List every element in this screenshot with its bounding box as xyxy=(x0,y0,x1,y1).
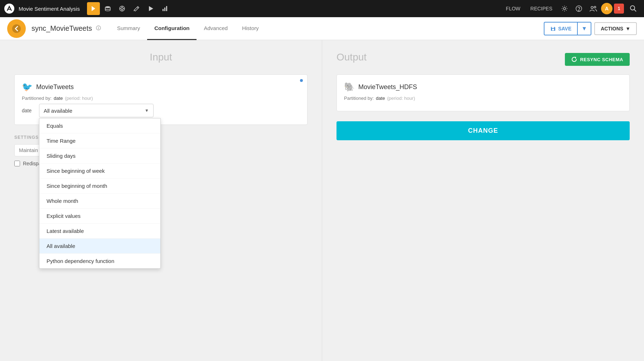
partition-row: Partitioned by: date (period: hour) xyxy=(22,96,300,101)
dropdown-menu: Equals Time Range Sliding days Since beg… xyxy=(39,118,161,269)
flow-text-btn[interactable]: FLOW xyxy=(502,2,524,15)
tab-history[interactable]: History xyxy=(235,17,266,40)
output-dataset-card: 🐘 MovieTweets_HDFS Partitioned by: date … xyxy=(336,74,630,111)
database-nav-icon[interactable] xyxy=(101,2,114,15)
sub-navbar: sync_MovieTweets Summary Configuration A… xyxy=(0,17,644,40)
svg-rect-11 xyxy=(163,9,164,11)
output-dataset-name: MovieTweets_HDFS xyxy=(358,83,417,91)
output-title: Output xyxy=(336,52,367,63)
app-logo[interactable] xyxy=(4,4,14,14)
resync-schema-button[interactable]: RESYNC SCHEMA xyxy=(565,53,630,66)
dropdown-option-beginning-week[interactable]: Since beginning of week xyxy=(39,164,160,179)
output-partition-row: Partitioned by: date (period: hour) xyxy=(344,96,622,101)
dropdown-option-whole-month[interactable]: Whole month xyxy=(39,194,160,209)
actions-button[interactable]: ACTIONS ▼ xyxy=(594,22,637,35)
svg-point-21 xyxy=(12,24,21,33)
dropdown-option-latest-available[interactable]: Latest available xyxy=(39,224,160,239)
dropdown-arrow-icon: ▼ xyxy=(145,108,149,113)
output-panel: Output RESYNC SCHEMA 🐘 MovieTweets_HDFS … xyxy=(322,40,644,361)
recipes-text-btn[interactable]: RECIPES xyxy=(526,2,557,15)
svg-rect-13 xyxy=(166,6,167,11)
dropdown-option-beginning-month[interactable]: Since beginning of month xyxy=(39,179,160,194)
user-avatar[interactable]: A xyxy=(601,3,612,14)
svg-point-4 xyxy=(121,8,123,10)
tab-configuration[interactable]: Configuration xyxy=(147,17,197,40)
dropdown-option-all-available[interactable]: All available xyxy=(39,239,160,254)
notification-badge[interactable]: 1 xyxy=(614,4,624,14)
flow-nav-icon[interactable] xyxy=(87,2,100,15)
input-dataset-card: 🐦 MovieTweets Partitioned by: date (peri… xyxy=(14,74,308,125)
schema-nav-icon[interactable] xyxy=(116,2,129,15)
svg-point-16 xyxy=(578,10,579,11)
svg-point-17 xyxy=(591,6,593,9)
dropdown-option-explicit-values[interactable]: Explicit values xyxy=(39,209,160,224)
help-icon[interactable] xyxy=(572,2,585,15)
change-button[interactable]: CHANGE xyxy=(336,121,630,140)
save-label: SAVE xyxy=(558,26,571,31)
recipe-settings-icon[interactable] xyxy=(96,25,101,32)
tab-summary[interactable]: Summary xyxy=(110,17,147,40)
chart-nav-icon[interactable] xyxy=(159,2,171,15)
date-field-label: date xyxy=(22,108,35,113)
dropdown-option-equals[interactable]: Equals xyxy=(39,118,160,133)
dropdown-selected-value: All available xyxy=(44,108,72,114)
save-button-group: SAVE ▼ xyxy=(544,22,591,35)
input-dataset-name: MovieTweets xyxy=(36,83,74,91)
play-nav-icon[interactable] xyxy=(144,2,157,15)
recipe-name: sync_MovieTweets xyxy=(32,24,92,33)
app-title: Movie Sentiment Analysis xyxy=(19,6,80,12)
input-title: Input xyxy=(14,52,308,63)
svg-point-18 xyxy=(594,6,596,8)
partition-filter-dropdown: All available ▼ Equals Time Range Slidin… xyxy=(39,104,154,117)
svg-rect-26 xyxy=(552,27,554,28)
main-content: Input 🐦 MovieTweets Partitioned by: date… xyxy=(0,40,644,361)
svg-point-0 xyxy=(4,4,14,14)
edit-nav-icon[interactable] xyxy=(130,2,143,15)
save-dropdown-button[interactable]: ▼ xyxy=(577,23,591,35)
input-panel: Input 🐦 MovieTweets Partitioned by: date… xyxy=(0,40,322,361)
dropdown-trigger[interactable]: All available ▼ xyxy=(39,104,154,117)
svg-point-19 xyxy=(630,6,635,10)
twitter-icon: 🐦 xyxy=(22,82,33,92)
settings-icon[interactable] xyxy=(558,2,571,15)
svg-point-2 xyxy=(105,6,110,8)
svg-rect-25 xyxy=(552,29,554,30)
search-icon[interactable] xyxy=(627,2,640,15)
svg-point-24 xyxy=(98,28,98,29)
svg-marker-10 xyxy=(149,6,153,11)
svg-line-9 xyxy=(134,10,134,11)
tab-advanced[interactable]: Advanced xyxy=(197,17,235,40)
dropdown-option-time-range[interactable]: Time Range xyxy=(39,133,160,148)
redispatch-checkbox[interactable] xyxy=(14,161,20,166)
hadoop-icon: 🐘 xyxy=(344,82,355,92)
save-main-button[interactable]: SAVE xyxy=(544,23,577,34)
svg-line-20 xyxy=(634,10,636,12)
output-panel-header: Output RESYNC SCHEMA xyxy=(336,52,630,67)
top-navbar: Movie Sentiment Analysis xyxy=(0,0,644,17)
dropdown-option-python-dependency[interactable]: Python dependency function xyxy=(39,254,160,268)
svg-rect-12 xyxy=(164,8,165,11)
svg-marker-1 xyxy=(92,6,95,11)
svg-point-14 xyxy=(563,8,566,10)
tab-list: Summary Configuration Advanced History xyxy=(110,17,544,40)
date-selector-row: date All available ▼ Equals Time Range xyxy=(22,104,300,117)
dropdown-option-sliding-days[interactable]: Sliding days xyxy=(39,148,160,164)
back-button[interactable] xyxy=(7,19,26,38)
blue-dot-indicator xyxy=(300,79,303,82)
action-buttons: SAVE ▼ ACTIONS ▼ xyxy=(544,22,637,35)
users-icon[interactable] xyxy=(587,2,600,15)
